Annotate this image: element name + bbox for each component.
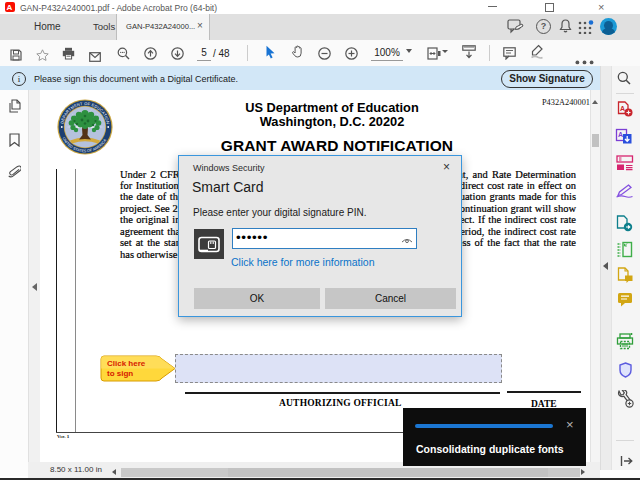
svg-text:A: A bbox=[618, 131, 623, 138]
svg-text:A: A bbox=[620, 105, 625, 112]
svg-text:to sign: to sign bbox=[107, 369, 133, 378]
svg-text:Click here: Click here bbox=[107, 359, 146, 368]
